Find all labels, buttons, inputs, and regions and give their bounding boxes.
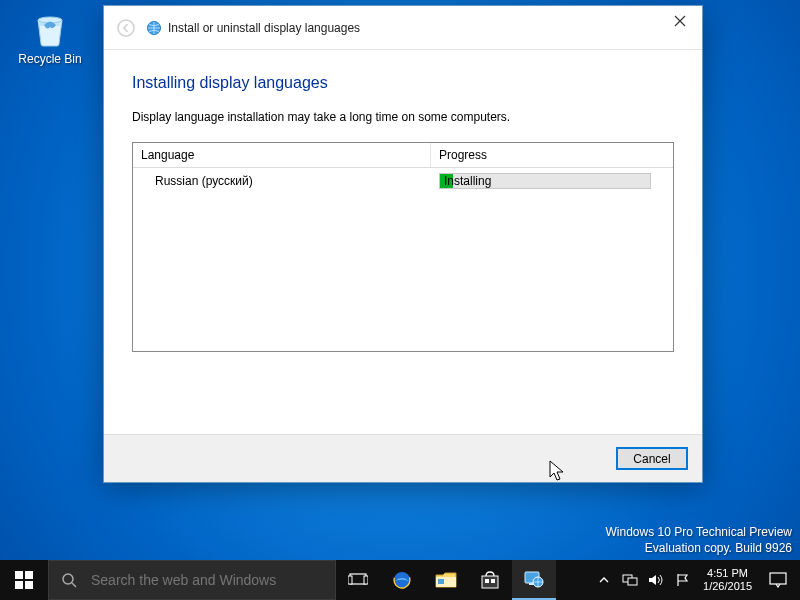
taskbar-apps [336,560,556,600]
network-icon [622,573,638,587]
system-tray: 4:51 PM 1/26/2015 [591,560,800,600]
recycle-bin-label: Recycle Bin [14,52,86,66]
taskbar-app-language-installer[interactable] [512,560,556,600]
svg-rect-23 [628,578,637,585]
notification-icon [769,572,787,588]
clock-time: 4:51 PM [703,567,752,580]
flag-icon [675,573,689,587]
trash-icon [30,8,70,48]
col-header-progress[interactable]: Progress [431,143,673,167]
svg-point-7 [63,574,73,584]
start-button[interactable] [0,560,48,600]
table-row: Russian (русский) Installing [133,168,673,194]
taskbar-search[interactable] [48,560,336,600]
svg-rect-11 [364,576,368,584]
tray-flag-icon[interactable] [669,573,695,587]
action-center-button[interactable] [760,572,796,588]
build-line-2: Evaluation copy. Build 9926 [605,540,792,556]
tray-volume-icon[interactable] [643,573,669,587]
clock-date: 1/26/2015 [703,580,752,593]
globe-monitor-icon [523,568,545,590]
tray-overflow-button[interactable] [591,575,617,585]
svg-rect-10 [348,576,352,584]
task-view-icon [348,572,368,588]
grid-header: Language Progress [133,143,673,168]
recycle-bin-icon[interactable]: Recycle Bin [14,8,86,66]
task-view-button[interactable] [336,560,380,600]
taskbar-clock[interactable]: 4:51 PM 1/26/2015 [695,567,760,592]
dialog-subtext: Display language installation may take a… [132,110,674,124]
svg-rect-18 [491,579,495,583]
svg-rect-3 [15,571,23,579]
dialog-titlebar: Install or uninstall display languages [104,6,702,50]
taskbar-app-ie[interactable] [380,560,424,600]
taskbar-app-explorer[interactable] [424,560,468,600]
col-header-language[interactable]: Language [133,143,431,167]
svg-point-1 [118,20,134,36]
chevron-up-icon [599,575,609,585]
svg-rect-15 [438,579,444,584]
cancel-button[interactable]: Cancel [616,447,688,470]
install-language-dialog: Install or uninstall display languages I… [103,5,703,483]
build-line-1: Windows 10 Pro Technical Preview [605,524,792,540]
taskbar-app-store[interactable] [468,560,512,600]
globe-icon [146,20,162,36]
desktop: Winaero.com Recycle Bin Windows 10 Pro T… [0,0,800,600]
dialog-heading: Installing display languages [132,74,674,92]
svg-rect-5 [15,581,23,589]
store-icon [480,570,500,590]
tray-network-icon[interactable] [617,573,643,587]
svg-rect-16 [482,576,498,588]
search-icon [49,572,89,588]
folder-icon [435,571,457,589]
progress-bar: Installing [439,173,651,189]
svg-rect-4 [25,571,33,579]
dialog-footer: Cancel [104,434,702,482]
language-grid: Language Progress Russian (русский) Inst… [132,142,674,352]
windows-logo-icon [15,571,33,589]
ie-icon [391,569,413,591]
svg-rect-17 [485,579,489,583]
dialog-content: Installing display languages Display lan… [104,50,702,434]
dialog-title: Install or uninstall display languages [168,21,360,35]
taskbar: 4:51 PM 1/26/2015 [0,560,800,600]
row-progress: Installing [431,171,673,191]
close-button[interactable] [657,6,702,35]
build-watermark: Windows 10 Pro Technical Preview Evaluat… [605,524,792,556]
svg-rect-6 [25,581,33,589]
row-language: Russian (русский) [133,172,431,190]
svg-line-8 [72,583,76,587]
speaker-icon [648,573,664,587]
back-button [114,16,138,40]
progress-label: Installing [444,174,491,189]
svg-rect-24 [770,573,786,584]
search-input[interactable] [89,571,335,589]
